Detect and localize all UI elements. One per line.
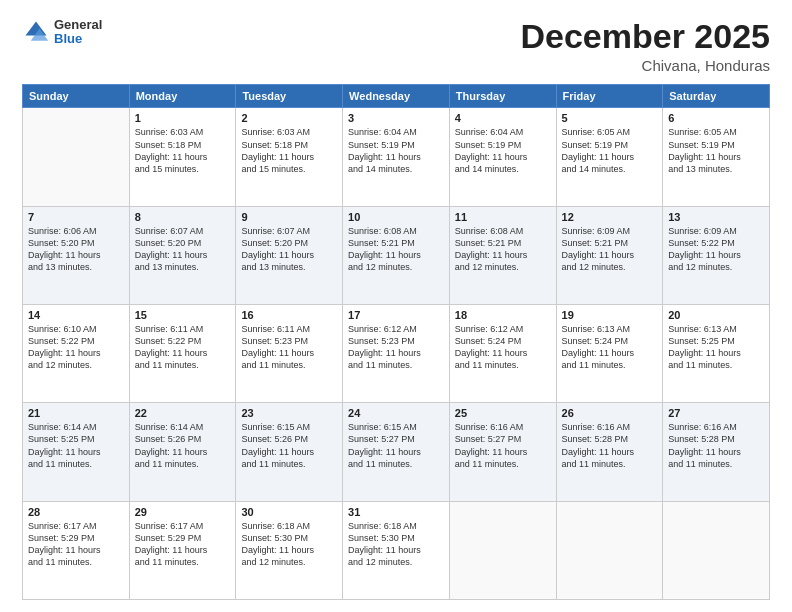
table-row (449, 501, 556, 599)
day-info: Sunrise: 6:05 AM Sunset: 5:19 PM Dayligh… (562, 126, 658, 175)
table-row: 30Sunrise: 6:18 AM Sunset: 5:30 PM Dayli… (236, 501, 343, 599)
day-info: Sunrise: 6:05 AM Sunset: 5:19 PM Dayligh… (668, 126, 764, 175)
table-row: 11Sunrise: 6:08 AM Sunset: 5:21 PM Dayli… (449, 206, 556, 304)
day-number: 28 (28, 506, 124, 518)
day-info: Sunrise: 6:04 AM Sunset: 5:19 PM Dayligh… (455, 126, 551, 175)
location: Chivana, Honduras (520, 57, 770, 74)
day-number: 15 (135, 309, 231, 321)
day-number: 14 (28, 309, 124, 321)
day-number: 19 (562, 309, 658, 321)
calendar-table: Sunday Monday Tuesday Wednesday Thursday… (22, 84, 770, 600)
table-row: 24Sunrise: 6:15 AM Sunset: 5:27 PM Dayli… (343, 403, 450, 501)
table-row: 22Sunrise: 6:14 AM Sunset: 5:26 PM Dayli… (129, 403, 236, 501)
logo-text: General Blue (54, 18, 102, 47)
day-info: Sunrise: 6:10 AM Sunset: 5:22 PM Dayligh… (28, 323, 124, 372)
day-info: Sunrise: 6:08 AM Sunset: 5:21 PM Dayligh… (348, 225, 444, 274)
day-number: 26 (562, 407, 658, 419)
calendar-week-row: 1Sunrise: 6:03 AM Sunset: 5:18 PM Daylig… (23, 108, 770, 206)
col-wednesday: Wednesday (343, 85, 450, 108)
table-row: 12Sunrise: 6:09 AM Sunset: 5:21 PM Dayli… (556, 206, 663, 304)
logo-blue: Blue (54, 32, 102, 46)
day-number: 9 (241, 211, 337, 223)
table-row: 3Sunrise: 6:04 AM Sunset: 5:19 PM Daylig… (343, 108, 450, 206)
table-row: 26Sunrise: 6:16 AM Sunset: 5:28 PM Dayli… (556, 403, 663, 501)
table-row: 18Sunrise: 6:12 AM Sunset: 5:24 PM Dayli… (449, 305, 556, 403)
day-info: Sunrise: 6:17 AM Sunset: 5:29 PM Dayligh… (135, 520, 231, 569)
calendar-header-row: Sunday Monday Tuesday Wednesday Thursday… (23, 85, 770, 108)
day-number: 23 (241, 407, 337, 419)
col-sunday: Sunday (23, 85, 130, 108)
day-number: 10 (348, 211, 444, 223)
table-row: 13Sunrise: 6:09 AM Sunset: 5:22 PM Dayli… (663, 206, 770, 304)
day-info: Sunrise: 6:16 AM Sunset: 5:28 PM Dayligh… (668, 421, 764, 470)
table-row: 5Sunrise: 6:05 AM Sunset: 5:19 PM Daylig… (556, 108, 663, 206)
day-info: Sunrise: 6:12 AM Sunset: 5:24 PM Dayligh… (455, 323, 551, 372)
table-row (23, 108, 130, 206)
table-row: 14Sunrise: 6:10 AM Sunset: 5:22 PM Dayli… (23, 305, 130, 403)
day-info: Sunrise: 6:16 AM Sunset: 5:27 PM Dayligh… (455, 421, 551, 470)
day-info: Sunrise: 6:11 AM Sunset: 5:22 PM Dayligh… (135, 323, 231, 372)
table-row: 27Sunrise: 6:16 AM Sunset: 5:28 PM Dayli… (663, 403, 770, 501)
day-number: 31 (348, 506, 444, 518)
day-number: 11 (455, 211, 551, 223)
day-info: Sunrise: 6:07 AM Sunset: 5:20 PM Dayligh… (135, 225, 231, 274)
day-number: 30 (241, 506, 337, 518)
day-info: Sunrise: 6:08 AM Sunset: 5:21 PM Dayligh… (455, 225, 551, 274)
table-row: 15Sunrise: 6:11 AM Sunset: 5:22 PM Dayli… (129, 305, 236, 403)
title-block: December 2025 Chivana, Honduras (520, 18, 770, 74)
day-info: Sunrise: 6:13 AM Sunset: 5:25 PM Dayligh… (668, 323, 764, 372)
col-thursday: Thursday (449, 85, 556, 108)
table-row: 29Sunrise: 6:17 AM Sunset: 5:29 PM Dayli… (129, 501, 236, 599)
day-number: 24 (348, 407, 444, 419)
col-monday: Monday (129, 85, 236, 108)
day-number: 2 (241, 112, 337, 124)
table-row: 21Sunrise: 6:14 AM Sunset: 5:25 PM Dayli… (23, 403, 130, 501)
day-info: Sunrise: 6:18 AM Sunset: 5:30 PM Dayligh… (241, 520, 337, 569)
day-number: 8 (135, 211, 231, 223)
day-info: Sunrise: 6:15 AM Sunset: 5:26 PM Dayligh… (241, 421, 337, 470)
calendar-week-row: 14Sunrise: 6:10 AM Sunset: 5:22 PM Dayli… (23, 305, 770, 403)
day-info: Sunrise: 6:16 AM Sunset: 5:28 PM Dayligh… (562, 421, 658, 470)
day-number: 21 (28, 407, 124, 419)
day-number: 12 (562, 211, 658, 223)
day-number: 25 (455, 407, 551, 419)
table-row: 17Sunrise: 6:12 AM Sunset: 5:23 PM Dayli… (343, 305, 450, 403)
day-info: Sunrise: 6:13 AM Sunset: 5:24 PM Dayligh… (562, 323, 658, 372)
day-info: Sunrise: 6:12 AM Sunset: 5:23 PM Dayligh… (348, 323, 444, 372)
table-row (663, 501, 770, 599)
day-number: 29 (135, 506, 231, 518)
month-title: December 2025 (520, 18, 770, 55)
col-friday: Friday (556, 85, 663, 108)
logo-general: General (54, 18, 102, 32)
day-number: 3 (348, 112, 444, 124)
logo: General Blue (22, 18, 102, 47)
day-info: Sunrise: 6:09 AM Sunset: 5:21 PM Dayligh… (562, 225, 658, 274)
day-info: Sunrise: 6:15 AM Sunset: 5:27 PM Dayligh… (348, 421, 444, 470)
table-row: 28Sunrise: 6:17 AM Sunset: 5:29 PM Dayli… (23, 501, 130, 599)
table-row: 19Sunrise: 6:13 AM Sunset: 5:24 PM Dayli… (556, 305, 663, 403)
logo-icon (22, 18, 50, 46)
day-info: Sunrise: 6:14 AM Sunset: 5:25 PM Dayligh… (28, 421, 124, 470)
day-info: Sunrise: 6:17 AM Sunset: 5:29 PM Dayligh… (28, 520, 124, 569)
day-number: 4 (455, 112, 551, 124)
table-row: 1Sunrise: 6:03 AM Sunset: 5:18 PM Daylig… (129, 108, 236, 206)
day-info: Sunrise: 6:06 AM Sunset: 5:20 PM Dayligh… (28, 225, 124, 274)
table-row: 10Sunrise: 6:08 AM Sunset: 5:21 PM Dayli… (343, 206, 450, 304)
day-info: Sunrise: 6:03 AM Sunset: 5:18 PM Dayligh… (135, 126, 231, 175)
calendar-week-row: 7Sunrise: 6:06 AM Sunset: 5:20 PM Daylig… (23, 206, 770, 304)
day-info: Sunrise: 6:04 AM Sunset: 5:19 PM Dayligh… (348, 126, 444, 175)
col-tuesday: Tuesday (236, 85, 343, 108)
day-number: 1 (135, 112, 231, 124)
table-row: 23Sunrise: 6:15 AM Sunset: 5:26 PM Dayli… (236, 403, 343, 501)
table-row: 7Sunrise: 6:06 AM Sunset: 5:20 PM Daylig… (23, 206, 130, 304)
table-row: 9Sunrise: 6:07 AM Sunset: 5:20 PM Daylig… (236, 206, 343, 304)
day-number: 22 (135, 407, 231, 419)
day-number: 7 (28, 211, 124, 223)
table-row: 8Sunrise: 6:07 AM Sunset: 5:20 PM Daylig… (129, 206, 236, 304)
col-saturday: Saturday (663, 85, 770, 108)
day-info: Sunrise: 6:09 AM Sunset: 5:22 PM Dayligh… (668, 225, 764, 274)
day-number: 20 (668, 309, 764, 321)
day-number: 13 (668, 211, 764, 223)
day-info: Sunrise: 6:07 AM Sunset: 5:20 PM Dayligh… (241, 225, 337, 274)
day-number: 17 (348, 309, 444, 321)
